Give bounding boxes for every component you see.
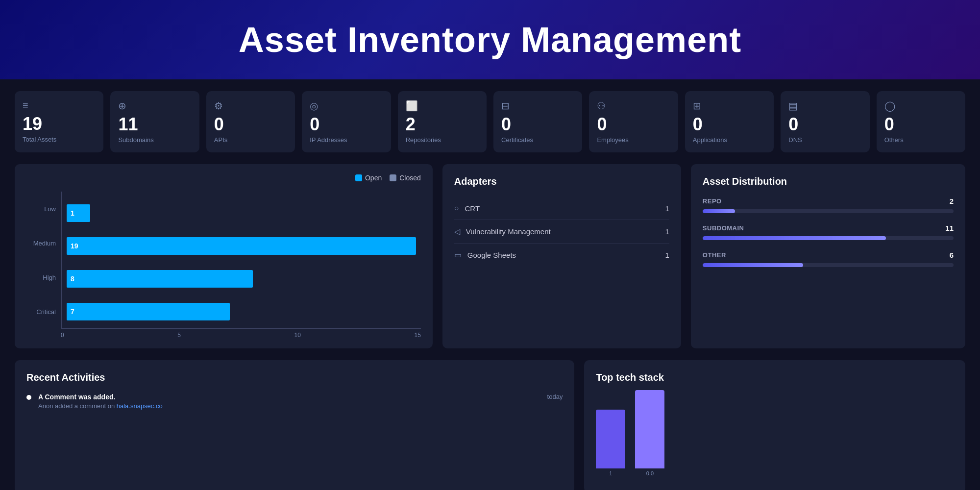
activity-dot xyxy=(26,395,31,400)
adapter-vm-name: Vulnerability Management xyxy=(466,227,551,236)
repositories-label: Repositories xyxy=(406,136,441,144)
others-number: 0 xyxy=(884,116,894,133)
dist-subdomain-bar-fill xyxy=(703,236,886,240)
bar-fill-critical: 7 xyxy=(67,303,230,320)
apps-icon xyxy=(693,100,701,112)
stat-employees[interactable]: 0 Employees xyxy=(589,91,678,152)
stat-ip-addresses[interactable]: 0 IP Addresses xyxy=(302,91,391,152)
stat-dns[interactable]: 0 DNS xyxy=(781,91,869,152)
tech-bar-label-2: 0.0 xyxy=(646,470,654,476)
applications-label: Applications xyxy=(693,136,727,144)
subdomains-label: Subdomains xyxy=(118,136,153,144)
adapter-crt[interactable]: CRT 1 xyxy=(454,197,669,220)
chart-legend: Open Closed xyxy=(26,174,421,182)
adapters-card: Adapters CRT 1 Vulnerability Management … xyxy=(442,164,681,348)
applications-number: 0 xyxy=(693,116,703,133)
header: Asset Inventory Management xyxy=(0,0,980,79)
others-label: Others xyxy=(884,136,904,144)
activity-title: A Comment was added. xyxy=(38,393,540,401)
chart-bar-critical: 7 xyxy=(67,303,416,320)
adapters-title: Adapters xyxy=(454,176,669,187)
bar-fill-medium: 19 xyxy=(67,237,416,255)
adapter-vuln-mgmt[interactable]: Vulnerability Management 1 xyxy=(454,220,669,244)
x-label-5: 5 xyxy=(177,332,181,339)
dist-repo-bar-fill xyxy=(703,209,735,213)
dist-subdomain-bar-bg xyxy=(703,236,954,240)
tech-bar-fill-1 xyxy=(596,410,625,468)
y-label-high: High xyxy=(26,274,56,281)
recent-activities-card: Recent Activities A Comment was added. A… xyxy=(15,360,574,490)
legend-closed: Closed xyxy=(390,174,421,182)
adapter-google-sheets[interactable]: Google Sheets 1 xyxy=(454,244,669,267)
stat-subdomains[interactable]: 11 Subdomains xyxy=(110,91,199,152)
vm-icon xyxy=(454,227,460,236)
closed-legend-label: Closed xyxy=(399,174,421,182)
bar-fill-high: 8 xyxy=(67,270,253,288)
repositories-number: 2 xyxy=(406,116,416,133)
dist-other-label: OTHER xyxy=(703,251,726,259)
stat-certificates[interactable]: 0 Certificates xyxy=(493,91,582,152)
main-content: 19 Total Assets 11 Subdomains 0 APIs 0 I… xyxy=(0,79,980,490)
stat-others[interactable]: 0 Others xyxy=(877,91,965,152)
employees-label: Employees xyxy=(597,136,628,144)
adapter-vm-left: Vulnerability Management xyxy=(454,227,551,236)
tech-chart: 1 0.0 xyxy=(596,393,954,481)
dns-label: DNS xyxy=(788,136,802,144)
tech-bar-fill-2 xyxy=(635,390,664,468)
stat-applications[interactable]: 0 Applications xyxy=(685,91,774,152)
chart-inner: 11987 xyxy=(61,192,421,329)
stat-apis[interactable]: 0 APIs xyxy=(206,91,295,152)
dist-repo: REPO 2 xyxy=(703,197,954,213)
bar-fill-low: 1 xyxy=(67,204,90,222)
crt-icon xyxy=(454,204,459,213)
legend-open: Open xyxy=(355,174,382,182)
dns-number: 0 xyxy=(788,116,798,133)
closed-legend-box xyxy=(390,174,396,181)
location-icon xyxy=(310,100,318,112)
total-assets-number: 19 xyxy=(23,115,42,133)
open-legend-label: Open xyxy=(365,174,382,182)
dist-repo-value: 2 xyxy=(950,197,954,205)
repo-icon xyxy=(406,100,418,112)
page-title: Asset Inventory Management xyxy=(10,20,970,60)
certificates-number: 0 xyxy=(501,116,511,133)
activity-link[interactable]: hala.snapsec.co xyxy=(117,402,163,410)
dns-icon xyxy=(788,100,798,112)
bars-container: 11987 xyxy=(67,196,416,328)
employees-number: 0 xyxy=(597,116,607,133)
y-label-low: Low xyxy=(26,205,56,213)
dist-subdomain: SUBDOMAIN 11 xyxy=(703,224,954,240)
adapter-crt-name: CRT xyxy=(465,204,480,213)
ip-addresses-label: IP Addresses xyxy=(310,136,347,144)
middle-row: Open Closed Low Medium High Critical xyxy=(15,164,965,348)
tech-stack-title: Top tech stack xyxy=(596,372,954,383)
activity-content: A Comment was added. Anon added a commen… xyxy=(38,393,540,410)
tech-bar-1: 1 xyxy=(596,410,625,476)
stat-total-assets[interactable]: 19 Total Assets xyxy=(15,91,103,152)
dist-subdomain-label: SUBDOMAIN xyxy=(703,224,744,232)
stat-repositories[interactable]: 2 Repositories xyxy=(398,91,487,152)
settings-icon xyxy=(214,100,223,112)
dist-subdomain-value: 11 xyxy=(945,224,954,232)
cert-icon xyxy=(501,100,510,112)
gs-icon xyxy=(454,250,462,260)
adapter-crt-left: CRT xyxy=(454,204,480,213)
apis-label: APIs xyxy=(214,136,227,144)
dist-other: OTHER 6 xyxy=(703,251,954,267)
y-label-medium: Medium xyxy=(26,240,56,247)
chart-bar-low: 1 xyxy=(67,204,416,222)
others-icon xyxy=(884,100,895,112)
open-legend-box xyxy=(355,174,362,181)
tech-bar-label-1: 1 xyxy=(609,470,612,476)
dist-other-bar-fill xyxy=(703,263,803,267)
bottom-row: Recent Activities A Comment was added. A… xyxy=(15,360,965,490)
adapter-gs-left: Google Sheets xyxy=(454,250,516,260)
apis-number: 0 xyxy=(214,116,224,133)
adapter-vm-count: 1 xyxy=(665,227,669,236)
top-tech-stack-card: Top tech stack 1 0.0 xyxy=(584,360,965,490)
list-icon xyxy=(23,100,28,111)
adapter-gs-count: 1 xyxy=(665,251,669,259)
dist-other-bar-bg xyxy=(703,263,954,267)
total-assets-label: Total Assets xyxy=(23,136,56,143)
activity-sub: Anon added a comment on hala.snapsec.co xyxy=(38,402,540,410)
